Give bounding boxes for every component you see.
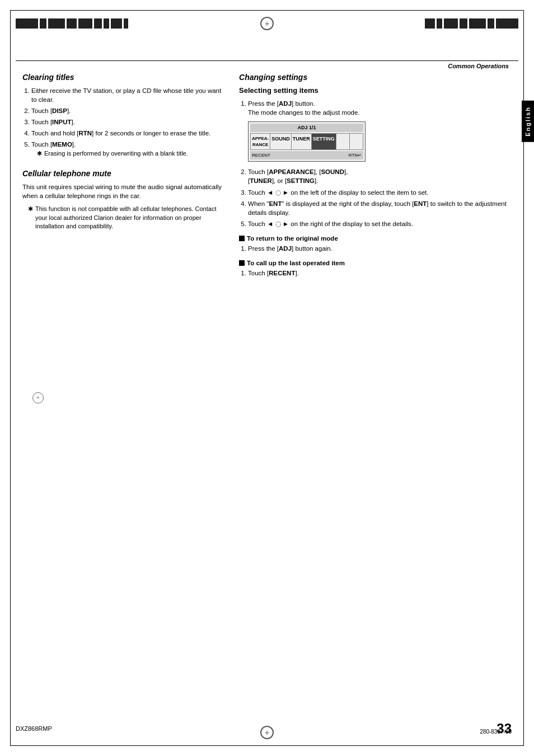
top-bar-left-segments [16,18,128,29]
bar-rseg-5 [469,18,486,29]
sq-bullet-return [239,236,245,241]
cellular-mute-heading: Cellular telephone mute [22,169,228,178]
clearing-step-3: Touch [INPUT]. [31,118,228,126]
adj-footer-right: RTN↵ [349,152,362,158]
return-original-header: To return to the original mode [239,235,512,242]
bar-rseg-1 [425,18,435,29]
return-step-1: Press the [ADJ] button again. [248,244,512,253]
bar-seg-2 [40,18,46,29]
adj-menu-appearance: APPEA-RANCE [251,134,270,149]
bar-seg-8 [111,18,122,29]
bar-seg-4 [67,18,77,29]
bar-rseg-7 [496,18,518,29]
left-compass-circle: + [32,392,44,403]
select-step-2: Touch [APPEARANCE], [SOUND],[TUNER], or … [248,167,512,185]
clearing-step-1: Either receive the TV station, or play a… [31,86,228,104]
cellular-mute-description: This unit requires special wiring to mut… [22,182,228,200]
bar-seg-7 [104,18,109,29]
note-text: Erasing is performed by overwriting with… [44,149,188,158]
return-original-steps: Press the [ADJ] button again. [248,244,512,253]
bar-seg-3 [48,18,65,29]
last-operated-steps: Touch [RECENT]. [248,269,512,278]
section-header-title: Common Operations [448,63,509,69]
cellular-note-text: This function is not compatible with all… [35,205,228,231]
bar-rseg-6 [488,18,494,29]
last-operated-header: To call up the last operated item [239,260,512,266]
adj-footer: RECENT RTN↵ [250,151,363,159]
page-border-left [10,10,11,746]
clearing-step-4: Touch and hold [RTN] for 2 seconds or lo… [31,129,228,138]
select-step-4: When "ENT" is displayed at the right of … [248,199,512,217]
adj-menu-row: APPEA-RANCE SOUND TUNER SETTING [250,133,363,150]
select-step-3: Touch ◄ ◌ ► on the left of the display t… [248,188,512,197]
left-column: Clearing titles Either receive the TV st… [22,73,228,711]
adj-title: ADJ 1/1 [250,124,363,132]
clearing-step-2: Touch [DISP]. [31,106,228,115]
note-bullet: ✱ [37,149,42,158]
cellular-note-bullet: ✱ [28,205,33,231]
footer: DXZ868RMP 33 [16,721,512,736]
clearing-titles-steps: Either receive the TV station, or play a… [31,86,228,158]
adj-menu-sound: SOUND [270,134,292,149]
cellular-mute-section: Cellular telephone mute This unit requir… [22,169,228,231]
main-content: Clearing titles Either receive the TV st… [22,73,512,711]
right-column: Changing settings Selecting setting item… [239,73,512,711]
select-step-5: Touch ◄ ◌ ► on the right of the display … [248,219,512,228]
cellular-mute-note: ✱ This function is not compatible with a… [28,205,228,231]
model-number: DXZ868RMP [16,725,52,732]
bar-rseg-2 [437,18,442,29]
clearing-titles-heading: Clearing titles [22,73,228,82]
clearing-note: ✱ Erasing is performed by overwriting wi… [37,149,228,158]
top-bar-right-segments [425,18,518,29]
clearing-step-5: Touch [MEMO]. ✱ Erasing is performed by … [31,140,228,157]
adj-menu-setting: SETTING [312,134,336,149]
bar-rseg-3 [444,18,458,29]
top-decorative-bar [16,16,518,31]
compass-icon: + [32,392,44,403]
page-border-bottom [10,745,524,746]
sq-bullet-last [239,260,245,266]
adj-menu-extra1 [336,134,350,149]
page-border-top [10,10,524,11]
adj-display: ADJ 1/1 APPEA-RANCE SOUND TUNER SETTING … [248,121,366,162]
top-compass-circle [260,17,274,30]
select-step-1: Press the [ADJ] button. The mode changes… [248,99,512,162]
changing-settings-heading: Changing settings [239,73,512,82]
adj-menu-tuner: TUNER [292,134,312,149]
return-original-label: To return to the original mode [247,235,338,242]
bar-seg-1 [16,18,38,29]
adj-footer-left: RECENT [252,152,270,158]
part-number: 280-8337-00 [480,729,512,735]
bar-seg-6 [94,18,102,29]
bar-seg-9 [124,18,128,29]
adj-menu-extra2 [350,134,363,149]
last-operated-label: To call up the last operated item [247,260,345,266]
language-tab: English [522,101,534,142]
header-divider [16,60,518,61]
bar-seg-5 [78,18,92,29]
last-step-1: Touch [RECENT]. [248,269,512,278]
bar-rseg-4 [460,18,467,29]
selecting-setting-items-heading: Selecting setting items [239,86,512,95]
selecting-steps: Press the [ADJ] button. The mode changes… [248,99,512,228]
